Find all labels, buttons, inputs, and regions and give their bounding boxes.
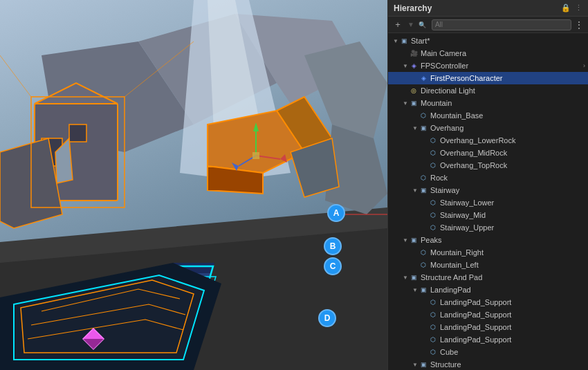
tree-item-overhang-tr[interactable]: ⬡Overhang_TopRock xyxy=(388,159,588,172)
tree-item-mtn-left[interactable]: ⬡Mountain_Left xyxy=(388,259,588,271)
tree-item-stairway[interactable]: ▣Stairway xyxy=(388,184,588,196)
tree-item-overhang[interactable]: ▣Overhang xyxy=(388,122,588,134)
tree-item-stair-upper[interactable]: ⬡Stairway_Upper xyxy=(388,221,588,234)
tree-item-overhang-mr[interactable]: ⬡Overhang_MidRock xyxy=(388,147,588,159)
tree-arrow[interactable] xyxy=(402,271,409,284)
tree-arrow xyxy=(421,159,428,172)
node-type-icon: ⬡ xyxy=(428,310,438,320)
tree-arrow[interactable] xyxy=(412,358,419,370)
tree-arrow[interactable] xyxy=(402,234,409,246)
tree-item-expand-right: › xyxy=(583,62,588,69)
tree-item-label: Directional Light xyxy=(421,86,588,95)
tree-arrow xyxy=(421,134,428,147)
more-options-button[interactable]: ⋮ xyxy=(574,19,584,30)
node-type-icon: ⬡ xyxy=(428,136,438,145)
tree-item-label: Stairway_Lower xyxy=(440,198,588,207)
tree-item-label: Peaks xyxy=(421,236,588,244)
tree-item-label: Mountain_Left xyxy=(430,261,588,269)
tree-item-structure[interactable]: ▣Structure xyxy=(388,358,588,370)
dots-icon: ⋮ xyxy=(575,3,582,12)
hierarchy-title: Hierarchy xyxy=(394,3,432,13)
tree-item-fps-controller[interactable]: ◈FPSController› xyxy=(388,59,588,72)
node-type-icon: ▣ xyxy=(419,360,428,369)
tree-arrow[interactable] xyxy=(392,35,399,47)
tree-item-label: Main Camera xyxy=(421,49,588,57)
viewport[interactable]: A B C D xyxy=(0,0,387,370)
tree-item-dir-light[interactable]: ◎Directional Light xyxy=(388,84,588,97)
tree-item-label: Stairway xyxy=(430,186,588,194)
tree-item-label: Overhang xyxy=(430,124,588,132)
node-type-icon: ⬡ xyxy=(419,248,428,257)
node-type-icon: ▣ xyxy=(409,272,419,282)
tree-item-label: Overhang_LowerRock xyxy=(440,136,588,145)
tree-item-stair-lower[interactable]: ⬡Stairway_Lower xyxy=(388,196,588,209)
tree-item-label: Mountain xyxy=(421,99,588,107)
tree-item-mtn-right[interactable]: ⬡Mountain_Right xyxy=(388,246,588,259)
node-type-icon: ⬡ xyxy=(428,322,438,332)
node-type-icon: ▣ xyxy=(409,235,419,245)
tree-item-rock[interactable]: ⬡Rock xyxy=(388,172,588,184)
tree-item-lp-support-4[interactable]: ⬡LandingPad_Support xyxy=(388,333,588,346)
tree-arrow[interactable] xyxy=(412,122,419,134)
node-type-icon: ⬡ xyxy=(419,260,428,270)
tree-item-lp-support-3[interactable]: ⬡LandingPad_Support xyxy=(388,321,588,333)
node-type-icon: ◈ xyxy=(409,61,419,71)
tree-item-overhang-lr[interactable]: ⬡Overhang_LowerRock xyxy=(388,134,588,147)
tree-item-landing-pad[interactable]: ▣LandingPad xyxy=(388,284,588,296)
tree-item-label: FirstPersonCharacter xyxy=(430,74,588,82)
hierarchy-header: Hierarchy 🔒 ⋮ xyxy=(388,0,588,17)
tree-arrow xyxy=(421,321,428,333)
tree-item-label: Mountain_Base xyxy=(430,111,588,120)
tree-item-first-person[interactable]: ◈FirstPersonCharacter xyxy=(388,72,588,84)
tree-arrow[interactable] xyxy=(402,59,409,72)
tree-item-lp-support-1[interactable]: ⬡LandingPad_Support xyxy=(388,296,588,308)
tree-arrow xyxy=(421,296,428,308)
tree-item-start[interactable]: ▣Start* xyxy=(388,35,588,47)
tree-item-cube[interactable]: ⬡Cube xyxy=(388,346,588,358)
tree-item-label: Cube xyxy=(440,348,588,356)
lock-icon: 🔒 xyxy=(561,3,571,12)
node-type-icon: 🎥 xyxy=(409,48,419,58)
tree-arrow xyxy=(421,209,428,221)
hierarchy-header-icons: 🔒 ⋮ xyxy=(561,3,582,12)
tree-arrow xyxy=(402,47,409,59)
tree-item-label: Overhang_TopRock xyxy=(440,161,588,169)
annotation-d: D xyxy=(318,309,336,327)
tree-item-label: Rock xyxy=(430,174,588,182)
tree-item-peaks[interactable]: ▣Peaks xyxy=(388,234,588,246)
node-type-icon: ⬡ xyxy=(428,223,438,232)
tree-item-struct-pad[interactable]: ▣Structure And Pad xyxy=(388,271,588,284)
tree-arrow xyxy=(412,246,419,259)
tree-item-mountain-base[interactable]: ⬡Mountain_Base xyxy=(388,109,588,122)
tree-item-label: Structure And Pad xyxy=(421,273,588,281)
svg-rect-13 xyxy=(69,124,86,142)
tree-item-stair-mid[interactable]: ⬡Stairway_Mid xyxy=(388,209,588,221)
node-type-icon: ⬡ xyxy=(419,111,428,120)
tree-arrow[interactable] xyxy=(412,284,419,296)
tree-arrow xyxy=(421,196,428,209)
search-input[interactable] xyxy=(432,19,571,30)
tree-arrow[interactable] xyxy=(402,97,409,109)
tree-arrow[interactable] xyxy=(412,184,419,196)
node-type-icon: ⬡ xyxy=(428,198,438,207)
tree-item-lp-support-2[interactable]: ⬡LandingPad_Support xyxy=(388,308,588,321)
annotation-b: B xyxy=(324,237,342,255)
tree-item-mountain[interactable]: ▣Mountain xyxy=(388,97,588,109)
tree-arrow xyxy=(421,333,428,346)
node-type-icon: ⬡ xyxy=(428,297,438,307)
annotation-c: C xyxy=(324,257,342,275)
tree-item-label: Structure xyxy=(430,360,588,369)
add-button[interactable]: + xyxy=(392,19,403,30)
node-type-icon: ⬡ xyxy=(419,173,428,183)
tree-item-main-camera[interactable]: 🎥Main Camera xyxy=(388,47,588,59)
tree-item-label: LandingPad_Support xyxy=(440,311,588,319)
svg-rect-30 xyxy=(252,152,259,159)
hierarchy-tree[interactable]: ▣Start*🎥Main Camera◈FPSController›◈First… xyxy=(388,33,588,370)
tree-item-label: Mountain_Right xyxy=(430,248,588,257)
node-type-icon: ◎ xyxy=(409,86,419,95)
tree-arrow xyxy=(421,308,428,321)
tree-arrow xyxy=(421,221,428,234)
node-type-icon: ⬡ xyxy=(428,148,438,158)
tree-item-label: Start* xyxy=(411,37,588,45)
node-type-icon: ▣ xyxy=(399,36,409,46)
